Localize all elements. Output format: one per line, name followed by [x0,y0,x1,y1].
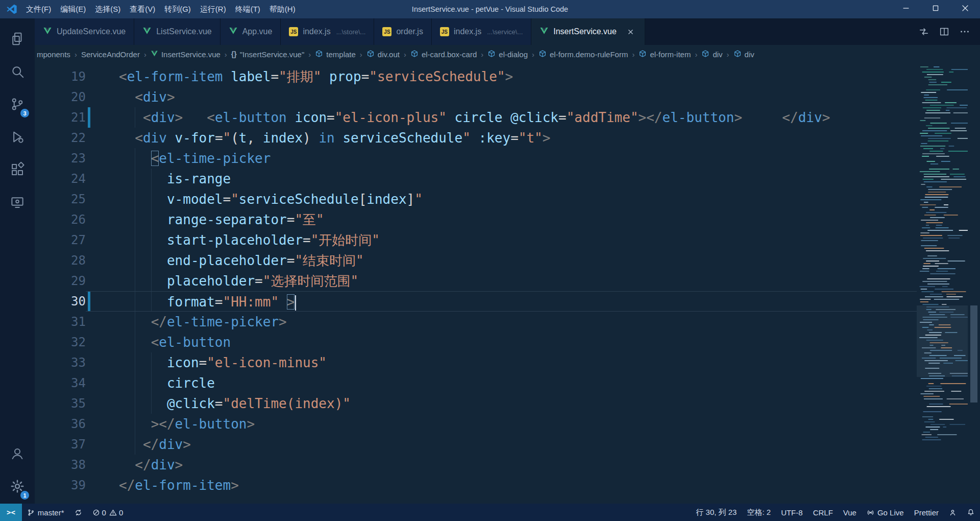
remote-indicator[interactable]: >< [0,504,22,521]
sidebar-item-account[interactable] [0,438,35,471]
status-indentation[interactable]: 空格: 2 [742,504,776,521]
breadcrumb-item-10[interactable]: div [701,50,722,59]
line-number[interactable]: 27 [35,230,86,250]
close-icon[interactable] [625,26,636,37]
code-line-content[interactable]: </div> [119,434,917,455]
line-number[interactable]: 22 [35,128,86,148]
git-branch[interactable]: master* [22,504,69,521]
line-number[interactable]: 32 [35,332,86,352]
code-area[interactable]: 19<el-form-item label="排期" prop="service… [35,63,917,504]
menu-item-7[interactable]: 帮助(H) [265,2,300,17]
breadcrumb-item-6[interactable]: el-card.box-card [410,50,477,59]
line-number[interactable]: 21 [35,107,86,128]
menu-item-3[interactable]: 查看(V) [125,2,160,17]
menu-item-5[interactable]: 运行(R) [195,2,231,17]
close-button[interactable] [950,0,980,18]
sidebar-item-settings[interactable]: 1 [0,471,35,504]
status-prettier[interactable]: Prettier [909,504,944,521]
tab-listservice-vue[interactable]: ListService.vue [134,18,220,45]
tab-app-vue[interactable]: App.vue [220,18,281,45]
status-encoding[interactable]: UTF-8 [776,504,808,521]
line-number[interactable]: 30 [35,291,86,312]
code-line-content[interactable]: <div v-for="(t, index) in serviceSchedul… [119,128,917,148]
status-notifications[interactable] [962,504,980,521]
code-line-content[interactable]: </el-form-item> [119,475,917,495]
sidebar-item-source-control[interactable]: 3 [0,89,35,122]
line-number[interactable]: 37 [35,434,86,455]
line-number[interactable]: 34 [35,373,86,393]
line-number[interactable]: 39 [35,475,86,495]
status-go-live[interactable]: Go Live [862,504,909,521]
line-number[interactable]: 20 [35,87,86,107]
status-cursor-position[interactable]: 行 30, 列 23 [691,504,742,521]
menu-item-0[interactable]: 文件(F) [21,2,56,17]
problems[interactable]: 0 0 [87,504,129,521]
line-number[interactable]: 25 [35,189,86,209]
breadcrumb-item-4[interactable]: template [315,50,356,59]
breadcrumb-item-7[interactable]: el-dialog [487,50,528,59]
code-line-content[interactable]: ></el-button> [119,414,917,434]
code-line-content[interactable]: <div> [119,87,917,107]
code-line-content[interactable]: v-model="serviceSchedule[index]" [119,189,917,209]
minimap-slider[interactable] [917,305,968,377]
code-line-content[interactable]: <el-form-item label="排期" prop="serviceSc… [119,66,917,87]
line-number[interactable]: 19 [35,66,86,87]
sidebar-item-search[interactable] [0,56,35,89]
code-line-content[interactable]: end-placeholder="结束时间" [119,250,917,271]
minimap[interactable] [917,63,968,504]
breadcrumb-item-2[interactable]: InsertService.vue [151,50,220,59]
code-line-content[interactable]: circle [119,373,917,393]
code-line-content[interactable]: </div> [119,455,917,475]
line-number[interactable]: 23 [35,148,86,169]
status-feedback[interactable] [944,504,962,521]
tab-insertservice-vue[interactable]: InsertService.vue [531,18,645,45]
breadcrumb-item-11[interactable]: div [733,50,754,59]
minimize-button[interactable] [891,0,921,18]
line-number[interactable]: 26 [35,209,86,230]
tab-index-js[interactable]: JSindex.js...\service\... [432,18,531,45]
sidebar-item-run-debug[interactable] [0,122,35,154]
breadcrumb-item-5[interactable]: div.out [366,50,400,59]
open-changes-icon[interactable] [915,22,933,41]
line-number[interactable]: 38 [35,455,86,475]
maximize-button[interactable] [921,0,950,18]
breadcrumb-item-0[interactable]: mponents [37,50,70,59]
code-line-content[interactable]: <el-time-picker [119,148,917,169]
code-line-content[interactable]: @click="delTime(index)" [119,393,917,414]
line-number[interactable]: 24 [35,169,86,189]
menu-item-1[interactable]: 编辑(E) [56,2,90,17]
split-editor-icon[interactable] [935,22,953,41]
line-number[interactable]: 33 [35,352,86,373]
sidebar-item-remote-explorer[interactable] [0,187,35,220]
line-number[interactable]: 29 [35,271,86,291]
line-number[interactable]: 35 [35,393,86,414]
code-line-content[interactable]: format="HH:mm" > [119,291,917,312]
code-line-content[interactable]: <el-button [119,332,917,352]
breadcrumb-item-3[interactable]: {}"InsertService.vue" [231,50,304,59]
line-number[interactable]: 31 [35,312,86,332]
vertical-scrollbar[interactable] [968,63,980,504]
line-number[interactable]: 36 [35,414,86,434]
code-line-content[interactable]: is-range [119,169,917,189]
sidebar-item-extensions[interactable] [0,154,35,187]
scrollbar-thumb[interactable] [970,305,977,402]
status-language-mode[interactable]: Vue [838,504,862,521]
breadcrumb-item-9[interactable]: el-form-item [639,50,691,59]
menu-item-2[interactable]: 选择(S) [90,2,125,17]
breadcrumb-item-8[interactable]: el-form.demo-ruleForm [538,50,628,59]
line-number[interactable]: 28 [35,250,86,271]
tab-order-js[interactable]: JSorder.js [374,18,431,45]
sync-button[interactable] [69,504,87,521]
sidebar-item-explorer[interactable] [0,23,35,56]
code-line-content[interactable]: placeholder="选择时间范围" [119,271,917,291]
code-line-content[interactable]: range-separator="至" [119,209,917,230]
code-line-content[interactable]: icon="el-icon-minus" [119,352,917,373]
menu-item-4[interactable]: 转到(G) [160,2,195,17]
code-line-content[interactable]: start-placeholder="开始时间" [119,230,917,250]
tab-updateservice-vue[interactable]: UpdateService.vue [35,18,134,45]
status-eol[interactable]: CRLF [808,504,838,521]
code-line-content[interactable]: </el-time-picker> [119,312,917,332]
breadcrumb-item-1[interactable]: ServiceAndOrder [81,50,140,59]
menu-item-6[interactable]: 终端(T) [231,2,265,17]
more-actions-icon[interactable] [955,22,974,41]
